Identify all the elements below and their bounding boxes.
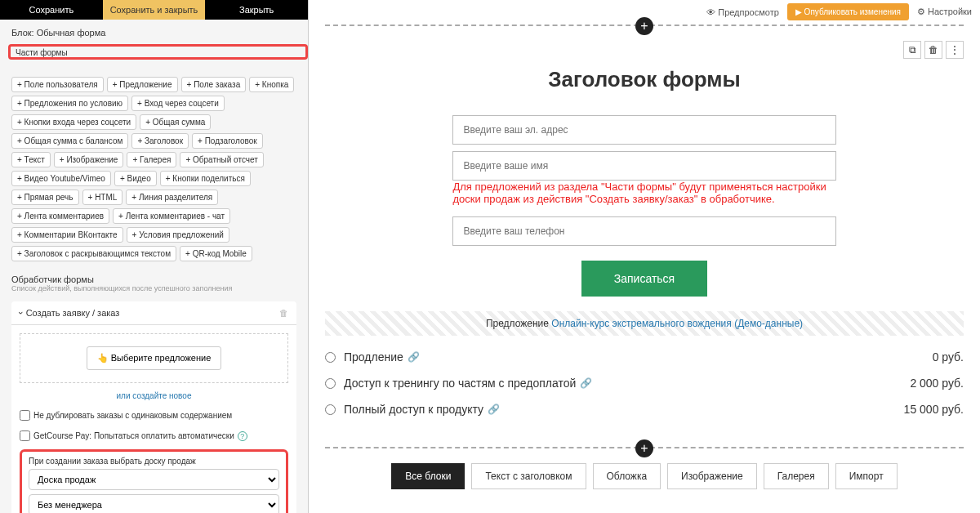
add-field-chip[interactable]: + Обратный отсчет: [180, 152, 263, 167]
handler-action-head[interactable]: › Создать заявку / заказ 🗑: [11, 301, 296, 325]
email-input[interactable]: [452, 115, 835, 145]
add-field-chip[interactable]: + Кнопки входа через соцсети: [11, 114, 136, 130]
offer-link[interactable]: Онлайн-курс экстремального вождения (Дем…: [551, 318, 803, 329]
form-title: Заголовок формы: [325, 51, 964, 109]
handler-title: Обработчик формы: [0, 268, 308, 284]
phone-input[interactable]: [452, 216, 835, 246]
add-block-button[interactable]: +: [635, 439, 653, 457]
add-field-chip[interactable]: + Кнопка: [249, 77, 294, 92]
picker-Галерея[interactable]: Галерея: [764, 463, 829, 489]
add-field-chip[interactable]: + Линия разделителя: [126, 190, 218, 205]
gear-icon: ⚙: [917, 7, 925, 17]
link-icon[interactable]: 🔗: [580, 377, 592, 389]
add-field-chip[interactable]: + Видео: [114, 171, 157, 186]
add-field-chip[interactable]: + Общая сумма с балансом: [11, 133, 128, 149]
add-field-chip[interactable]: + Подзаголовок: [192, 133, 263, 149]
overlay-note: Для предложений из раздела "Части формы"…: [452, 181, 835, 210]
pick-offer-button[interactable]: 👆 Выберите предложение: [87, 346, 222, 370]
offer-radio[interactable]: [325, 404, 336, 415]
manager-select[interactable]: Без менеджера: [29, 494, 279, 513]
add-field-chip[interactable]: + Лента комментариев: [11, 208, 109, 224]
preview-link[interactable]: 👁 Предпросмотр: [706, 7, 779, 17]
add-field-chip[interactable]: + Заголовок: [131, 133, 189, 149]
add-field-chip[interactable]: + Предложение: [107, 77, 178, 92]
offer-row[interactable]: Полный доступ к продукту🔗15 000 руб.: [325, 396, 964, 422]
add-field-chip[interactable]: + Изображение: [54, 152, 124, 167]
add-field-chip[interactable]: + Видео Youtube/Vimeo: [11, 171, 111, 186]
offer-bar: Предложение Онлайн-курс экстремального в…: [325, 311, 964, 336]
offers-list: Продление🔗0 руб.Доступ к тренингу по час…: [325, 344, 964, 422]
offer-price: 2 000 руб.: [910, 377, 964, 390]
add-block-button[interactable]: +: [635, 17, 653, 35]
more-icon[interactable]: ⋮: [946, 41, 964, 59]
add-field-chip[interactable]: + Текст: [11, 152, 51, 167]
publish-button[interactable]: ▶ Опубликовать изменения: [787, 3, 909, 20]
picker-Текст с заголовком[interactable]: Текст с заголовком: [471, 463, 586, 489]
tab-save[interactable]: Сохранить: [0, 0, 103, 20]
copy-icon[interactable]: ⧉: [903, 41, 921, 59]
add-field-chip[interactable]: + Прямая речь: [11, 190, 79, 205]
tab-close[interactable]: Закрыть: [205, 0, 308, 20]
add-field-chip[interactable]: + Общая сумма: [140, 114, 211, 130]
add-field-chip[interactable]: + Поле заказа: [181, 77, 247, 92]
picker-Все блоки[interactable]: Все блоки: [391, 463, 465, 489]
add-field-chip[interactable]: + Кнопки поделиться: [160, 171, 251, 186]
link-icon[interactable]: 🔗: [488, 404, 500, 415]
board-label: При создании заказа выбрать доску продаж: [29, 457, 279, 469]
offer-row[interactable]: Доступ к тренингу по частям с предоплато…: [325, 370, 964, 396]
delete-icon[interactable]: 🗑: [279, 308, 288, 318]
field-chips: + Поле пользователя+ Предложение+ Поле з…: [0, 70, 308, 268]
offer-price: 15 000 руб.: [904, 403, 964, 416]
picker-Импорт[interactable]: Импорт: [835, 463, 898, 489]
gcpay-checkbox[interactable]: GetCourse Pay: Попытаться оплатить автом…: [20, 426, 288, 446]
trash-icon[interactable]: 🗑: [924, 41, 942, 59]
help-icon[interactable]: ?: [238, 431, 247, 441]
link-icon[interactable]: 🔗: [408, 351, 420, 363]
add-field-chip[interactable]: + Предложения по условию: [11, 96, 128, 111]
settings-link[interactable]: ⚙ Настройки: [917, 7, 972, 17]
add-field-chip[interactable]: + Поле пользователя: [11, 77, 104, 92]
name-input[interactable]: [452, 151, 835, 181]
add-field-chip[interactable]: + Условия предложений: [127, 227, 229, 243]
offer-price: 0 руб.: [933, 350, 964, 364]
offer-radio[interactable]: [325, 352, 336, 363]
create-offer-link[interactable]: или создайте новое: [20, 383, 288, 405]
chevron-down-icon: ›: [16, 311, 26, 314]
add-field-chip[interactable]: + Вход через соцсети: [131, 96, 225, 111]
offer-drop-zone: 👆 Выберите предложение: [20, 333, 288, 383]
tab-save-close[interactable]: Сохранить и закрыть: [103, 0, 206, 20]
block-title: Блок: Обычная форма: [0, 20, 308, 42]
add-field-chip[interactable]: + Комментарии ВКонтакте: [11, 227, 123, 243]
handler-subtitle: Список действий, выполняющихся после усп…: [0, 284, 308, 297]
add-field-chip[interactable]: + Лента комментариев - чат: [113, 208, 230, 224]
add-field-chip[interactable]: + Заголовок с раскрывающимся текстом: [11, 246, 176, 261]
no-duplicate-checkbox[interactable]: Не дублировать заказы с одинаковым содер…: [20, 405, 288, 426]
add-field-chip[interactable]: + QR-код Mobile: [180, 246, 252, 261]
offer-radio[interactable]: [325, 378, 336, 389]
add-field-chip[interactable]: + HTML: [82, 190, 123, 205]
add-field-chip[interactable]: + Галерея: [127, 152, 176, 167]
board-select[interactable]: Доска продаж: [29, 469, 279, 490]
picker-Обложка[interactable]: Обложка: [593, 463, 662, 489]
section-form-parts: Части формы: [8, 44, 308, 60]
submit-button[interactable]: Записаться: [581, 261, 707, 297]
offer-row[interactable]: Продление🔗0 руб.: [325, 344, 964, 370]
picker-Изображение[interactable]: Изображение: [667, 463, 757, 489]
